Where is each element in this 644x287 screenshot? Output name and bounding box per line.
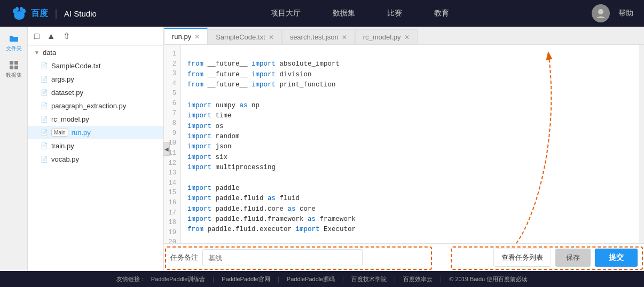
- file-name: train.py: [51, 142, 74, 150]
- main-nav: 项目大厅 数据集 比赛 教育: [129, 9, 592, 18]
- file-icon: 📄: [41, 89, 48, 96]
- file-name: rc_model.py: [51, 115, 89, 123]
- sidebar-files-label: 文件夹: [6, 45, 22, 52]
- nav-item-projects[interactable]: 项目大厅: [271, 9, 301, 18]
- code-line-8: import random: [187, 133, 240, 140]
- help-link[interactable]: 帮助: [618, 9, 633, 18]
- logo-area: 百度 ｜ AI Studio: [11, 5, 97, 22]
- new-file-icon[interactable]: □: [34, 31, 40, 41]
- svg-rect-6: [10, 61, 13, 65]
- baseline-input[interactable]: [202, 249, 363, 266]
- main-badge: Main: [51, 129, 68, 137]
- folder-data-label: data: [43, 49, 56, 57]
- code-lines: from __future__ import absolute_import f…: [181, 45, 362, 243]
- logo-separator: ｜: [51, 7, 61, 20]
- footer-link-baidu-academy[interactable]: 百度技术学院: [351, 275, 387, 283]
- footer-divider: ｜: [276, 275, 281, 283]
- close-icon[interactable]: ✕: [269, 34, 274, 41]
- tab-samplecode-txt[interactable]: SampleCode.txt ✕: [208, 29, 282, 44]
- file-name: dataset.py: [51, 89, 83, 97]
- svg-point-3: [15, 7, 19, 11]
- footer-divider: ｜: [438, 275, 444, 283]
- list-item[interactable]: 📄 paragraph_extraction.py: [28, 99, 163, 113]
- tab-run-py[interactable]: run.py ✕: [164, 28, 208, 44]
- file-icon: 📄: [41, 156, 48, 163]
- code-line-9: import json: [187, 143, 232, 150]
- footer-friendship-label: 友情链接：: [116, 275, 146, 283]
- list-item[interactable]: 📄 rc_model.py: [28, 113, 163, 126]
- line-num: 16: [168, 198, 176, 208]
- close-icon[interactable]: ✕: [404, 34, 410, 41]
- logo-studio-text: AI Studio: [64, 9, 97, 18]
- folder-item-data[interactable]: ▼ data: [28, 46, 163, 59]
- tab-search-test-json[interactable]: search.test.json ✕: [282, 29, 355, 44]
- line-num: 14: [168, 178, 176, 188]
- tab-label: SampleCode.txt: [216, 33, 265, 41]
- file-icon: 📄: [41, 102, 48, 109]
- tab-label: rc_model.py: [363, 33, 401, 41]
- nav-item-competition[interactable]: 比赛: [387, 9, 402, 18]
- file-icon: 📄: [41, 142, 48, 149]
- file-icon: 📄: [41, 62, 48, 69]
- line-num: 9: [168, 129, 176, 139]
- line-num: 6: [168, 99, 176, 109]
- grid-icon: [9, 60, 19, 70]
- code-line-17: from paddle.fluid.executor import Execut…: [187, 226, 356, 233]
- tab-rc-model-py[interactable]: rc_model.py ✕: [355, 29, 418, 44]
- submit-button[interactable]: 提交: [595, 249, 638, 267]
- footer-link-paddlepaddle-source[interactable]: PaddlePaddle源码: [287, 275, 335, 283]
- footer-link-paddlepaddle-official[interactable]: PaddlePaddle官网: [222, 275, 270, 283]
- line-num: 15: [168, 188, 176, 198]
- collapse-sidebar-button[interactable]: ◀: [163, 142, 170, 156]
- upload-icon[interactable]: ⇧: [63, 31, 70, 41]
- sidebar-item-dataset[interactable]: 数据集: [2, 58, 26, 81]
- bottom-right: 查看任务列表 保存 提交: [493, 249, 638, 267]
- footer-link-paddlepaddle-camp[interactable]: PaddlePaddle训练营: [151, 275, 206, 283]
- avatar[interactable]: [592, 4, 610, 22]
- close-icon[interactable]: ✕: [342, 34, 347, 41]
- save-button[interactable]: 保存: [555, 249, 591, 267]
- line-num: 8: [168, 118, 176, 129]
- file-name: paragraph_extraction.py: [51, 102, 126, 110]
- list-item[interactable]: 📄 args.py: [28, 73, 163, 86]
- logo-baidu-text: 百度: [31, 8, 48, 19]
- close-icon[interactable]: ✕: [194, 33, 200, 41]
- line-num: 19: [168, 228, 176, 238]
- line-num: 20: [168, 237, 176, 243]
- code-line-5: import numpy as np: [187, 102, 260, 109]
- line-num: 2: [168, 59, 176, 69]
- nav-item-education[interactable]: 教育: [434, 9, 449, 18]
- vertical-scrollbar[interactable]: [639, 45, 644, 243]
- view-tasks-button[interactable]: 查看任务列表: [493, 249, 551, 267]
- file-icon: 📄: [41, 129, 48, 136]
- file-toolbar: □ ▲ ⇧: [28, 27, 163, 46]
- code-editor[interactable]: 1 2 3 4 5 6 7 8 9 10 11 12 13 14 15 16 1…: [164, 45, 644, 243]
- main-area: 文件夹 数据集 □ ▲ ⇧ ▼ data 📄 SampleCod: [0, 27, 644, 271]
- tab-bar: run.py ✕ SampleCode.txt ✕ search.test.js…: [164, 27, 644, 45]
- sidebar-item-files[interactable]: 文件夹: [2, 31, 26, 54]
- file-explorer: □ ▲ ⇧ ▼ data 📄 SampleCode.txt 📄 args.py …: [28, 27, 164, 271]
- nav-item-datasets[interactable]: 数据集: [333, 9, 355, 18]
- list-item[interactable]: 📄 SampleCode.txt: [28, 59, 163, 73]
- code-line-6: import time: [187, 112, 232, 119]
- code-line-13: import paddle: [187, 185, 240, 192]
- file-name: args.py: [51, 75, 74, 83]
- bottom-panel: 任务备注 查看任务列表 保存 提交: [164, 243, 644, 271]
- new-folder-icon[interactable]: ▲: [47, 31, 56, 41]
- chevron-down-icon: ▼: [34, 50, 40, 55]
- footer: 友情链接： PaddlePaddle训练营 ｜ PaddlePaddle官网 ｜…: [0, 271, 644, 287]
- list-item[interactable]: 📄 dataset.py: [28, 86, 163, 99]
- line-num: 1: [168, 49, 176, 59]
- code-line-14: import paddle.fluid as fluid: [187, 195, 300, 202]
- folder-icon: [9, 33, 19, 44]
- footer-divider: ｜: [340, 275, 346, 283]
- svg-rect-8: [10, 66, 13, 69]
- line-num: 7: [168, 109, 176, 119]
- code-line-10: import six: [187, 154, 227, 161]
- line-num: 5: [168, 89, 176, 99]
- line-num: 4: [168, 79, 176, 89]
- footer-link-baidu-efficiency[interactable]: 百度效率云: [403, 275, 433, 283]
- list-item[interactable]: 📄 vocab.py: [28, 153, 163, 166]
- list-item-active[interactable]: 📄 Main run.py: [28, 126, 163, 139]
- list-item[interactable]: 📄 train.py: [28, 139, 163, 153]
